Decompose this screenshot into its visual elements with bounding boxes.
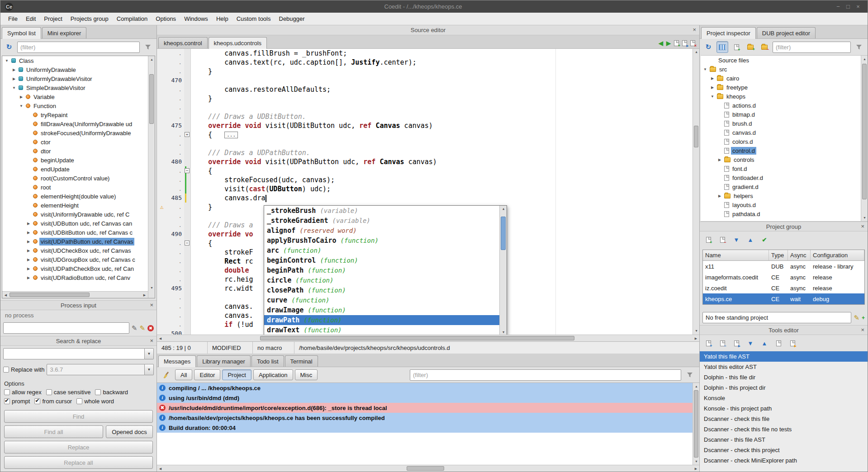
menu-item[interactable]: Custom tools xyxy=(232,13,275,24)
message-row[interactable]: i/home/basile/dev/projects/kheops/kheops… xyxy=(157,413,699,423)
close-button[interactable]: × xyxy=(853,3,863,10)
tree-item[interactable]: ▶UniformlyDrawable xyxy=(2,65,155,74)
pen-icon[interactable]: ✎ xyxy=(139,325,145,331)
edit-pencil-icon[interactable]: ✎ xyxy=(854,314,859,321)
nav-forward-icon[interactable]: ▶ xyxy=(666,40,671,47)
menu-item[interactable]: Project xyxy=(40,13,66,24)
completion-item[interactable]: arc(function) xyxy=(264,245,499,255)
menu-item[interactable]: Help xyxy=(212,13,232,24)
messages-vscrollbar[interactable]: ▲ ▼ xyxy=(693,383,699,465)
messages-tab[interactable]: Todo list xyxy=(251,355,284,367)
document-tab[interactable]: kheops.control xyxy=(158,37,208,48)
code-line[interactable]: . strokeFocused(udc, canvas); xyxy=(157,175,699,184)
menu-item[interactable]: Compilation xyxy=(113,13,152,24)
filter-button-project[interactable]: Project xyxy=(222,369,251,380)
expand-icon[interactable]: ▶ xyxy=(26,249,31,253)
scroll-down-icon[interactable]: ▼ xyxy=(500,329,507,335)
collapse-icon[interactable]: ▼ xyxy=(4,59,9,63)
checkbox-case-sensitive[interactable]: case sensitive xyxy=(46,389,91,396)
code-editor[interactable]: . canvas.fillBrush = _brushFont;. canvas… xyxy=(157,49,699,335)
expand-icon[interactable]: ▶ xyxy=(717,194,722,198)
tree-item[interactable]: root xyxy=(2,183,155,192)
replace-input[interactable] xyxy=(47,364,145,375)
checkbox-from-cursor[interactable]: from cursor xyxy=(34,398,72,405)
clone-tool-button[interactable]: ▸ xyxy=(730,337,742,349)
replace-with-checkbox[interactable]: Replace with xyxy=(3,366,44,373)
tool-item[interactable]: Dscanner - check this file xyxy=(700,414,868,424)
column-header[interactable]: Name xyxy=(703,250,769,260)
messages-tab[interactable]: Terminal xyxy=(285,355,318,367)
tree-item[interactable]: ▶Variable xyxy=(2,92,155,101)
title-bar[interactable]: Ce Coedit - /.../kheops/kheops.ce − □ × xyxy=(0,0,868,13)
code-line[interactable]: .− { xyxy=(157,166,699,175)
completion-item[interactable]: applyBrushToCairo(function) xyxy=(264,236,499,245)
checkbox-backward[interactable]: backward xyxy=(95,389,128,396)
remove-project-button[interactable]: − xyxy=(716,234,728,245)
chevron-down-icon[interactable]: ▼ xyxy=(145,364,154,375)
close-icon[interactable]: × xyxy=(861,326,864,333)
add-file-button[interactable]: + xyxy=(730,41,742,53)
scroll-down-icon[interactable]: ▼ xyxy=(148,284,155,291)
menu-item[interactable]: File xyxy=(4,13,22,24)
code-line[interactable]: 480 override void visit(UDPathButton udc… xyxy=(157,157,699,166)
code-line[interactable]: . xyxy=(157,103,699,112)
completion-item[interactable]: closePath(function) xyxy=(264,285,499,295)
plus-icon[interactable]: + xyxy=(862,315,865,321)
nav-back-icon[interactable]: ◀ xyxy=(659,40,663,47)
refresh-files-button[interactable]: ↻ xyxy=(702,41,714,53)
tree-item[interactable]: ▼Class xyxy=(2,56,155,65)
symbol-filter-input[interactable] xyxy=(17,42,140,53)
scroll-right-icon[interactable]: ▶ xyxy=(693,335,699,342)
scroll-right-icon[interactable]: ▶ xyxy=(141,292,148,298)
tree-item[interactable]: ▶visit(UDGroupBox udc, ref Canvas c xyxy=(2,255,155,264)
tree-item[interactable]: gradient.d xyxy=(701,182,868,191)
fold-toggle-icon[interactable]: − xyxy=(185,168,190,173)
kill-process-icon[interactable]: ✖ xyxy=(147,325,154,331)
code-line[interactable]: . } xyxy=(157,67,699,76)
scroll-up-icon[interactable]: ▲ xyxy=(861,56,868,62)
expand-icon[interactable]: ▶ xyxy=(26,240,31,244)
editor-vscrollbar[interactable]: ▲ ▼ xyxy=(693,49,699,335)
expand-icon[interactable]: ▶ xyxy=(11,68,17,72)
tree-item[interactable]: ▶controls xyxy=(701,155,868,164)
filter-button-application[interactable]: Application xyxy=(253,369,293,380)
files-filter-input[interactable] xyxy=(773,42,851,53)
scroll-thumb[interactable] xyxy=(694,390,698,458)
tree-item[interactable]: ▶helpers xyxy=(701,191,868,200)
files-tree-vscrollbar[interactable]: ▲ ▼ xyxy=(861,56,868,221)
tree-item[interactable]: ▼kheops xyxy=(701,92,868,101)
tree-item[interactable]: bitmap.d xyxy=(701,110,868,119)
message-row[interactable]: ✖/usr/include/dmd/druntime/import/core/e… xyxy=(157,403,699,413)
tool-item[interactable]: Dolphin - this file dir xyxy=(700,372,868,382)
tree-item[interactable]: pathdata.d xyxy=(701,209,868,218)
panel-tab[interactable]: Mini explorer xyxy=(42,27,86,38)
menu-item[interactable]: Projects group xyxy=(66,13,113,24)
scroll-thumb[interactable] xyxy=(260,336,574,340)
symbol-tree-vscrollbar[interactable]: ▲ ▼ xyxy=(148,56,155,298)
replace-all-button[interactable]: Replace all xyxy=(4,456,153,469)
menu-item[interactable]: Edit xyxy=(22,13,40,24)
collapse-icon[interactable]: ▼ xyxy=(19,104,24,108)
expand-icon[interactable]: ▶ xyxy=(26,231,31,235)
scroll-thumb[interactable] xyxy=(501,217,506,250)
find-all-button[interactable]: Find all xyxy=(4,425,103,438)
expand-icon[interactable]: ▶ xyxy=(11,77,17,81)
symbol-filter-options-button[interactable] xyxy=(142,41,154,53)
tree-item[interactable]: control.d xyxy=(701,146,868,155)
code-line[interactable]: 475 override void visit(UDBitButton udc,… xyxy=(157,121,699,130)
scroll-up-icon[interactable]: ▲ xyxy=(693,49,699,56)
tree-item[interactable]: ▶visit(UDBitButton udc, ref Canvas c xyxy=(2,228,155,237)
code-line[interactable]: . canvas.text(rc, udc.caption[], Justify… xyxy=(157,58,699,67)
scroll-down-icon[interactable]: ▼ xyxy=(693,458,699,465)
code-line[interactable]: . } xyxy=(157,94,699,103)
tree-item[interactable]: ▶visit(UDRadioButton udc, ref Canv xyxy=(2,273,155,282)
maximize-button[interactable]: □ xyxy=(843,3,853,10)
minimize-button[interactable]: − xyxy=(833,3,843,10)
tool-item[interactable]: Dolphin - this project dir xyxy=(700,382,868,393)
async-mode-button[interactable]: ✔ xyxy=(759,234,770,245)
tool-item[interactable]: Konsole xyxy=(700,393,868,403)
message-row[interactable]: icompiling / ... /kheops/kheops.ce xyxy=(157,383,699,393)
scroll-down-icon[interactable]: ▼ xyxy=(861,214,868,221)
completion-scrollbar[interactable]: ▲ ▼ xyxy=(499,206,507,335)
clear-messages-button[interactable] xyxy=(161,369,172,381)
